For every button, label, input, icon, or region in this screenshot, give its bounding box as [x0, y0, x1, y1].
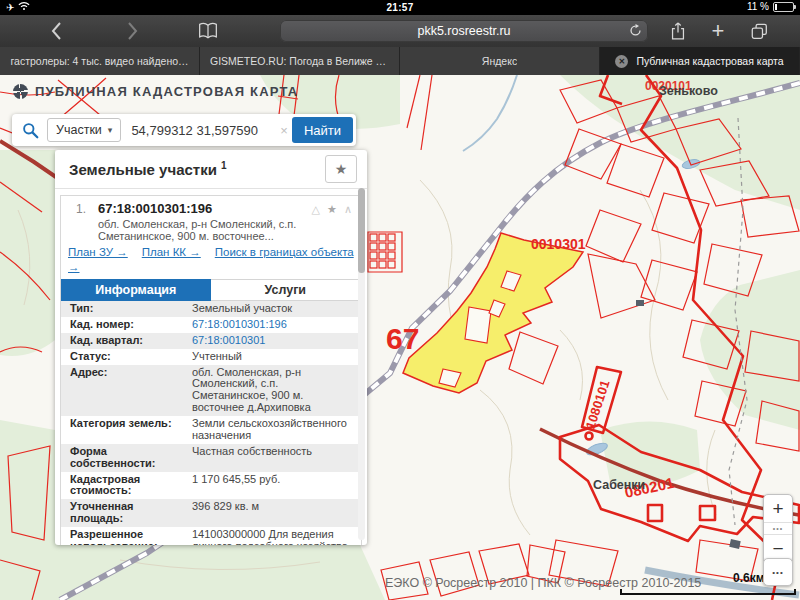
browser-tab-1[interactable]: гастролеры: 4 тыс. видео найдено…	[0, 47, 200, 75]
zoom-slider-dots[interactable]: •••	[764, 522, 792, 535]
bookmarks-icon[interactable]	[196, 15, 220, 47]
chevron-down-icon: ▾	[108, 125, 113, 135]
tab-information[interactable]: Информация	[61, 279, 211, 301]
collapse-icon[interactable]: ∧	[344, 203, 354, 215]
table-row: Статус:Учтенный	[61, 349, 361, 365]
new-tab-icon[interactable]: +	[708, 15, 728, 47]
table-row: Разрешенное использование:141003000000 Д…	[61, 527, 361, 545]
search-category-dropdown[interactable]: Участки ▾	[47, 118, 121, 142]
clock: 21:57	[0, 2, 800, 13]
map-attribution: ЕЭКО © Росреестр 2010 | ПКК © Росреестр …	[385, 576, 701, 590]
panel-scrollbar[interactable]	[358, 188, 365, 540]
cad-quarter-link[interactable]: 67:18:0010301	[192, 335, 353, 347]
table-row: Кадастровая стоимость:1 170 645,55 руб.	[61, 472, 361, 500]
star-icon[interactable]: ★	[327, 203, 339, 215]
table-row: Тип:Земельный участок	[61, 301, 361, 317]
panel-title: Земельные участки 1	[69, 160, 227, 178]
pkk-logo-icon	[13, 84, 28, 99]
back-button[interactable]	[46, 15, 66, 47]
browser-tab-2[interactable]: GISMETEO.RU: Погода в Велиже н…	[200, 47, 400, 75]
map-label-quarter-0010301: 0010301	[531, 236, 586, 252]
cadastral-number: 67:18:0010301:196	[98, 201, 311, 216]
search-icon[interactable]	[22, 122, 39, 139]
browser-tab-4-active[interactable]: ✕ Публичная кадастровая карта	[600, 47, 800, 75]
battery-percent: 11 %	[747, 1, 769, 12]
more-options-button[interactable]: •••	[763, 558, 793, 586]
result-item: 1. 67:18:0010301:196 △ ★ ∧ обл. Смоленск…	[60, 195, 362, 545]
warning-icon: △	[311, 203, 321, 215]
plan-zu-link[interactable]: План ЗУ →	[68, 246, 128, 258]
map-label-region-code: 67	[386, 322, 419, 355]
scale-label: 0.6км	[733, 571, 765, 585]
clear-search-icon[interactable]: ×	[280, 123, 288, 138]
table-row: Адрес:обл. Смоленская, р-н Смоленский, с…	[61, 365, 361, 417]
share-icon[interactable]	[668, 15, 688, 47]
zoom-in-button[interactable]: +	[764, 495, 792, 522]
scrollbar-thumb[interactable]	[358, 188, 365, 273]
find-button[interactable]: Найти	[292, 117, 353, 143]
table-row: Форма собственности:Частная собственност…	[61, 444, 361, 472]
cad-number-link[interactable]: 67:18:0010301:196	[192, 319, 353, 331]
browser-toolbar: pkk5.rosreestr.ru +	[0, 15, 800, 48]
table-row: Уточненная площадь:396 829 кв. м	[61, 499, 361, 527]
url-text: pkk5.rosreestr.ru	[417, 24, 510, 38]
table-row: Кад. квартал:67:18:0010301	[61, 333, 361, 349]
search-panel: Участки ▾ × Найти	[12, 114, 356, 146]
tab-close-icon[interactable]: ✕	[615, 55, 628, 68]
scale-bar	[620, 589, 796, 595]
result-address: обл. Смоленская, р-н Смоленский, с.п. См…	[98, 218, 328, 242]
info-table: Тип:Земельный участок Кад. номер:67:18:0…	[61, 301, 361, 545]
forward-button[interactable]	[122, 15, 142, 47]
favorite-button[interactable]: ★	[325, 155, 357, 183]
zoom-controls: + ••• −	[763, 494, 793, 563]
refresh-icon[interactable]	[629, 24, 642, 40]
map-label-sabenki: Сабенки	[593, 478, 645, 492]
plan-kk-link[interactable]: План КК →	[142, 246, 201, 258]
map-label-zenkovo: Зеньково	[659, 84, 718, 98]
status-bar: ✈ 21:57 11 %	[0, 0, 800, 15]
screen: ✈ 21:57 11 % pkk5.rosreestr.ru	[0, 0, 800, 600]
battery-icon	[773, 2, 794, 12]
results-panel: Земельные участки 1 ★ 1. 67:18:0010301:1…	[55, 150, 367, 545]
site-title: ПУБЛИЧНАЯ КАДАСТРОВАЯ КАРТА	[35, 84, 298, 99]
browser-tab-3[interactable]: Яндекс	[400, 47, 600, 75]
table-row: Кад. номер:67:18:0010301:196	[61, 317, 361, 333]
tab-services[interactable]: Услуги	[211, 279, 362, 301]
address-bar[interactable]: pkk5.rosreestr.ru	[280, 20, 648, 42]
table-row: Категория земель:Земли сельскохозяйствен…	[61, 416, 361, 444]
site-header: ПУБЛИЧНАЯ КАДАСТРОВАЯ КАРТА	[13, 84, 298, 99]
result-index: 1.	[76, 202, 98, 216]
search-input[interactable]	[129, 122, 276, 139]
tab-overview-icon[interactable]	[748, 15, 770, 47]
browser-tab-bar: гастролеры: 4 тыс. видео найдено… GISMET…	[0, 47, 800, 76]
